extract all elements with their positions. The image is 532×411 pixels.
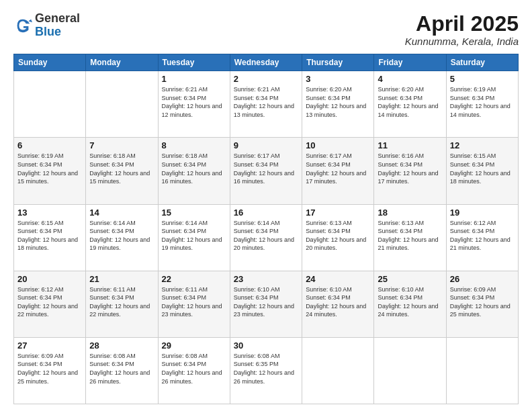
page-subtitle: Kunnumma, Kerala, India bbox=[405, 36, 519, 47]
day-number: 22 bbox=[162, 274, 226, 284]
day-number: 16 bbox=[234, 208, 298, 218]
day-number: 13 bbox=[17, 208, 82, 218]
page-title: April 2025 bbox=[405, 12, 519, 36]
calendar-header-thursday: Thursday bbox=[302, 54, 374, 71]
day-number: 29 bbox=[162, 340, 226, 351]
day-info: Sunrise: 6:14 AM Sunset: 6:34 PM Dayligh… bbox=[89, 219, 154, 253]
day-info: Sunrise: 6:08 AM Sunset: 6:34 PM Dayligh… bbox=[89, 352, 154, 385]
day-info: Sunrise: 6:09 AM Sunset: 6:34 PM Dayligh… bbox=[450, 285, 515, 319]
calendar-week-5: 27Sunrise: 6:09 AM Sunset: 6:34 PM Dayli… bbox=[14, 337, 519, 404]
calendar-header-friday: Friday bbox=[374, 54, 446, 71]
day-info: Sunrise: 6:17 AM Sunset: 6:34 PM Dayligh… bbox=[234, 152, 298, 185]
day-info: Sunrise: 6:16 AM Sunset: 6:34 PM Dayligh… bbox=[378, 152, 442, 185]
day-info: Sunrise: 6:10 AM Sunset: 6:34 PM Dayligh… bbox=[378, 285, 442, 319]
day-number: 9 bbox=[234, 140, 298, 150]
calendar-week-2: 6Sunrise: 6:19 AM Sunset: 6:34 PM Daylig… bbox=[14, 138, 519, 204]
day-number: 6 bbox=[17, 140, 82, 150]
calendar-cell: 25Sunrise: 6:10 AM Sunset: 6:34 PM Dayli… bbox=[374, 271, 446, 337]
calendar-cell: 8Sunrise: 6:18 AM Sunset: 6:34 PM Daylig… bbox=[158, 138, 230, 204]
day-number: 24 bbox=[306, 274, 370, 284]
day-number: 10 bbox=[306, 140, 370, 150]
day-number: 30 bbox=[234, 340, 298, 351]
day-info: Sunrise: 6:18 AM Sunset: 6:34 PM Dayligh… bbox=[162, 152, 226, 185]
calendar-cell bbox=[446, 337, 518, 404]
calendar-cell bbox=[14, 71, 86, 138]
calendar-cell bbox=[374, 337, 446, 404]
logo-general-text: General bbox=[35, 11, 80, 25]
calendar-cell: 22Sunrise: 6:11 AM Sunset: 6:34 PM Dayli… bbox=[158, 271, 230, 337]
day-info: Sunrise: 6:08 AM Sunset: 6:35 PM Dayligh… bbox=[234, 352, 298, 385]
calendar-cell: 6Sunrise: 6:19 AM Sunset: 6:34 PM Daylig… bbox=[14, 138, 86, 204]
calendar-week-3: 13Sunrise: 6:15 AM Sunset: 6:34 PM Dayli… bbox=[14, 204, 519, 271]
day-info: Sunrise: 6:20 AM Sunset: 6:34 PM Dayligh… bbox=[378, 85, 442, 119]
calendar-cell: 20Sunrise: 6:12 AM Sunset: 6:34 PM Dayli… bbox=[14, 271, 86, 337]
calendar-table: SundayMondayTuesdayWednesdayThursdayFrid… bbox=[13, 54, 519, 404]
calendar-week-1: 1Sunrise: 6:21 AM Sunset: 6:34 PM Daylig… bbox=[14, 71, 519, 138]
calendar-cell: 24Sunrise: 6:10 AM Sunset: 6:34 PM Dayli… bbox=[302, 271, 374, 337]
day-number: 26 bbox=[450, 274, 515, 284]
day-number: 25 bbox=[378, 274, 442, 284]
day-info: Sunrise: 6:09 AM Sunset: 6:34 PM Dayligh… bbox=[17, 352, 82, 385]
day-info: Sunrise: 6:21 AM Sunset: 6:34 PM Dayligh… bbox=[162, 85, 226, 119]
day-number: 1 bbox=[162, 74, 226, 84]
calendar-cell: 15Sunrise: 6:14 AM Sunset: 6:34 PM Dayli… bbox=[158, 204, 230, 271]
calendar-header-sunday: Sunday bbox=[14, 54, 86, 71]
calendar-cell: 21Sunrise: 6:11 AM Sunset: 6:34 PM Dayli… bbox=[86, 271, 158, 337]
calendar-cell: 5Sunrise: 6:19 AM Sunset: 6:34 PM Daylig… bbox=[446, 71, 518, 138]
day-info: Sunrise: 6:15 AM Sunset: 6:34 PM Dayligh… bbox=[450, 152, 515, 185]
logo: General Blue bbox=[13, 12, 80, 39]
calendar-header-tuesday: Tuesday bbox=[158, 54, 230, 71]
day-info: Sunrise: 6:13 AM Sunset: 6:34 PM Dayligh… bbox=[306, 219, 370, 253]
calendar-week-4: 20Sunrise: 6:12 AM Sunset: 6:34 PM Dayli… bbox=[14, 271, 519, 337]
calendar-cell: 18Sunrise: 6:13 AM Sunset: 6:34 PM Dayli… bbox=[374, 204, 446, 271]
day-info: Sunrise: 6:11 AM Sunset: 6:34 PM Dayligh… bbox=[89, 285, 154, 319]
day-info: Sunrise: 6:19 AM Sunset: 6:34 PM Dayligh… bbox=[450, 85, 515, 119]
calendar-cell: 9Sunrise: 6:17 AM Sunset: 6:34 PM Daylig… bbox=[230, 138, 302, 204]
calendar-cell bbox=[86, 71, 158, 138]
calendar-cell: 14Sunrise: 6:14 AM Sunset: 6:34 PM Dayli… bbox=[86, 204, 158, 271]
day-info: Sunrise: 6:21 AM Sunset: 6:34 PM Dayligh… bbox=[234, 85, 298, 119]
day-number: 7 bbox=[89, 140, 154, 150]
day-info: Sunrise: 6:10 AM Sunset: 6:34 PM Dayligh… bbox=[234, 285, 298, 319]
day-number: 2 bbox=[234, 74, 298, 84]
calendar-cell: 4Sunrise: 6:20 AM Sunset: 6:34 PM Daylig… bbox=[374, 71, 446, 138]
day-info: Sunrise: 6:19 AM Sunset: 6:34 PM Dayligh… bbox=[17, 152, 82, 185]
calendar-cell: 19Sunrise: 6:12 AM Sunset: 6:34 PM Dayli… bbox=[446, 204, 518, 271]
day-number: 20 bbox=[17, 274, 82, 284]
calendar-cell: 2Sunrise: 6:21 AM Sunset: 6:34 PM Daylig… bbox=[230, 71, 302, 138]
day-info: Sunrise: 6:11 AM Sunset: 6:34 PM Dayligh… bbox=[162, 285, 226, 319]
calendar-cell: 12Sunrise: 6:15 AM Sunset: 6:34 PM Dayli… bbox=[446, 138, 518, 204]
calendar-header-row: SundayMondayTuesdayWednesdayThursdayFrid… bbox=[14, 54, 519, 71]
day-info: Sunrise: 6:14 AM Sunset: 6:34 PM Dayligh… bbox=[234, 219, 298, 253]
day-number: 28 bbox=[89, 340, 154, 351]
day-number: 8 bbox=[162, 140, 226, 150]
calendar-cell: 7Sunrise: 6:18 AM Sunset: 6:34 PM Daylig… bbox=[86, 138, 158, 204]
day-info: Sunrise: 6:17 AM Sunset: 6:34 PM Dayligh… bbox=[306, 152, 370, 185]
calendar-header-saturday: Saturday bbox=[446, 54, 518, 71]
day-info: Sunrise: 6:10 AM Sunset: 6:34 PM Dayligh… bbox=[306, 285, 370, 319]
day-number: 14 bbox=[89, 208, 154, 218]
day-number: 15 bbox=[162, 208, 226, 218]
calendar-cell: 13Sunrise: 6:15 AM Sunset: 6:34 PM Dayli… bbox=[14, 204, 86, 271]
day-number: 17 bbox=[306, 208, 370, 218]
calendar-cell: 16Sunrise: 6:14 AM Sunset: 6:34 PM Dayli… bbox=[230, 204, 302, 271]
calendar-cell: 30Sunrise: 6:08 AM Sunset: 6:35 PM Dayli… bbox=[230, 337, 302, 404]
day-info: Sunrise: 6:13 AM Sunset: 6:34 PM Dayligh… bbox=[378, 219, 442, 253]
day-number: 5 bbox=[450, 74, 515, 84]
logo-icon bbox=[13, 16, 32, 35]
calendar-cell: 27Sunrise: 6:09 AM Sunset: 6:34 PM Dayli… bbox=[14, 337, 86, 404]
header: General Blue April 2025 Kunnumma, Kerala… bbox=[13, 12, 519, 47]
day-info: Sunrise: 6:12 AM Sunset: 6:34 PM Dayligh… bbox=[450, 219, 515, 253]
day-info: Sunrise: 6:20 AM Sunset: 6:34 PM Dayligh… bbox=[306, 85, 370, 119]
logo-text: General Blue bbox=[35, 12, 80, 39]
calendar-cell: 11Sunrise: 6:16 AM Sunset: 6:34 PM Dayli… bbox=[374, 138, 446, 204]
day-number: 19 bbox=[450, 208, 515, 218]
calendar-header-wednesday: Wednesday bbox=[230, 54, 302, 71]
day-number: 12 bbox=[450, 140, 515, 150]
day-number: 11 bbox=[378, 140, 442, 150]
page: General Blue April 2025 Kunnumma, Kerala… bbox=[0, 0, 532, 411]
logo-blue-text: Blue bbox=[35, 25, 61, 38]
calendar-cell: 3Sunrise: 6:20 AM Sunset: 6:34 PM Daylig… bbox=[302, 71, 374, 138]
day-number: 4 bbox=[378, 74, 442, 84]
day-info: Sunrise: 6:15 AM Sunset: 6:34 PM Dayligh… bbox=[17, 219, 82, 253]
